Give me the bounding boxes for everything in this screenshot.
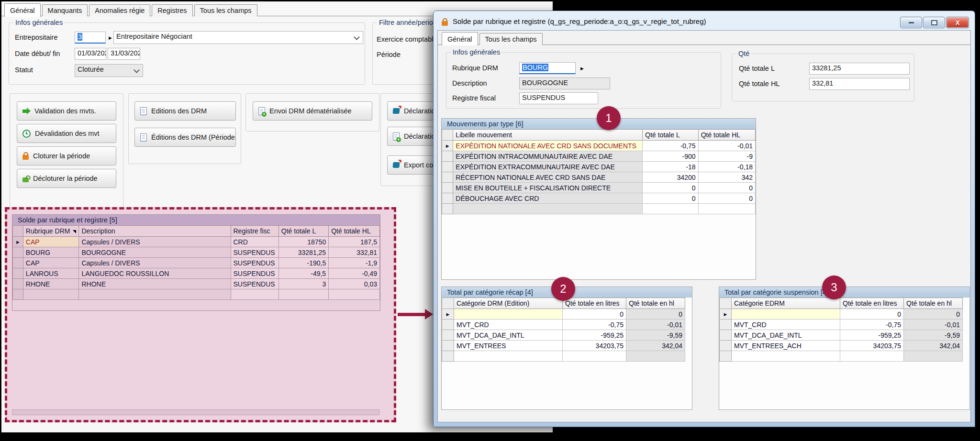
- grid-cell[interactable]: 0: [698, 183, 755, 193]
- row-selector-cell[interactable]: [442, 320, 454, 330]
- registre-fiscal-field[interactable]: SUSPENDUS: [519, 92, 598, 104]
- grid-cell[interactable]: 342: [698, 172, 755, 183]
- grid-cell[interactable]: -0,18: [698, 162, 755, 172]
- cloturer-periode-button[interactable]: Cloturer la période: [17, 146, 116, 165]
- grid-cell[interactable]: -900: [643, 151, 698, 162]
- grid-row[interactable]: MVT_ENTREES_ACH34203,75342,04: [720, 341, 963, 351]
- grid-cell[interactable]: 33281,25: [278, 247, 328, 258]
- grid-cell[interactable]: [698, 204, 755, 214]
- row-selector-cell[interactable]: ►: [720, 309, 732, 320]
- grid-cell[interactable]: 342,04: [626, 341, 685, 351]
- minimize-button[interactable]: [900, 17, 922, 28]
- row-selector-cell[interactable]: ►: [442, 141, 453, 151]
- chevron-down-icon[interactable]: [354, 34, 360, 40]
- row-selector-cell[interactable]: [13, 289, 23, 300]
- grid-header-cell[interactable]: Qté totale HL: [698, 130, 755, 141]
- grid-cell[interactable]: [732, 351, 840, 362]
- grid-row[interactable]: MVT_DCA_DAE_INTL-959,25-9,59: [720, 330, 963, 341]
- row-selector-cell[interactable]: ►: [442, 309, 454, 320]
- grid-cell[interactable]: [904, 351, 963, 362]
- grid-cell[interactable]: 34200: [643, 172, 698, 183]
- grid-cell[interactable]: MVT_DCA_DAE_INTL: [454, 330, 563, 341]
- grid-cell[interactable]: SUSPENDUS: [231, 268, 278, 279]
- maximize-button[interactable]: [923, 17, 945, 28]
- grid-cell[interactable]: -0,01: [904, 320, 963, 330]
- entrepositaire-name-combobox[interactable]: Entrepositaire Négociant: [113, 31, 363, 44]
- grid-row[interactable]: MISE EN BOUTEILLE + FISCALISATION DIRECT…: [442, 183, 756, 193]
- qte-totale-l-field[interactable]: 33281,25: [809, 63, 910, 75]
- grid-cell[interactable]: DÉBOUCHAGE AVEC CRD: [453, 193, 643, 204]
- grid-header-cell[interactable]: Libelle mouvement: [453, 130, 643, 141]
- solde-par-rubrique-grid[interactable]: Rubrique DRMDescriptionRegistre fiscQté …: [12, 225, 380, 300]
- chevron-down-icon[interactable]: [134, 67, 140, 73]
- grid-row[interactable]: CAPCapsules / DIVERSSUSPENDUS-190,5-1,9: [13, 258, 380, 268]
- grid-cell[interactable]: -0,01: [626, 320, 685, 330]
- grid-row[interactable]: [442, 204, 756, 214]
- grid-cell[interactable]: CAP: [23, 237, 79, 247]
- row-selector-cell[interactable]: [720, 351, 732, 362]
- grid-cell[interactable]: SUSPENDUS: [231, 247, 278, 258]
- row-selector-cell[interactable]: ►: [13, 237, 23, 247]
- grid-cell[interactable]: -0,75: [840, 320, 904, 330]
- grid-cell[interactable]: [626, 351, 685, 362]
- grid-cell[interactable]: RÉCEPTION NATIONALE AVEC CRD SANS DAE: [453, 172, 643, 183]
- grid-cell[interactable]: 0: [563, 309, 626, 320]
- grid-cell[interactable]: -18: [643, 162, 698, 172]
- grid-header-cell[interactable]: Qté totale en litres: [563, 298, 626, 309]
- row-selector-cell[interactable]: [442, 204, 453, 214]
- grid-header-cell[interactable]: Qté totale en hl: [626, 298, 685, 309]
- grid-cell[interactable]: [231, 289, 278, 300]
- grid-row[interactable]: MVT_CRD-0,75-0,01: [442, 320, 685, 330]
- grid-row[interactable]: ►CAPCapsules / DIVERSCRD18750187,5: [13, 237, 380, 247]
- grid-row[interactable]: LANROUSLANGUEDOC ROUSSILLONSUSPENDUS-49,…: [13, 268, 380, 279]
- grid-cell[interactable]: MISE EN BOUTEILLE + FISCALISATION DIRECT…: [453, 183, 643, 193]
- statut-combobox[interactable]: Cloturée: [75, 64, 143, 77]
- grid-cell[interactable]: RHONE: [79, 279, 231, 289]
- grid-row[interactable]: MVT_CRD-0,75-0,01: [720, 320, 963, 330]
- grid-cell[interactable]: -0,49: [329, 268, 380, 279]
- grid-cell[interactable]: Capsules / DIVERS: [79, 258, 231, 268]
- description-field[interactable]: BOURGOGNE: [519, 77, 610, 89]
- tab-anomalies-regie[interactable]: Anomalies régie: [89, 4, 150, 16]
- grid-cell[interactable]: 0: [698, 193, 755, 204]
- grid-row[interactable]: [442, 351, 685, 362]
- envoi-drm-dematerialisee-button[interactable]: Envoi DRM dématérialisée: [253, 101, 372, 121]
- grid-row[interactable]: MVT_DCA_DAE_INTL-959,25-9,59: [442, 330, 685, 341]
- row-selector-cell[interactable]: [720, 320, 732, 330]
- editions-drm-periodes-button[interactable]: Éditions des DRM (Périodes): [134, 128, 236, 147]
- grid-header-cell[interactable]: Registre fisc: [231, 226, 278, 237]
- grid-cell[interactable]: 342,04: [904, 341, 963, 351]
- grid-row[interactable]: ►00: [720, 309, 963, 320]
- grid-cell[interactable]: [23, 289, 79, 300]
- grid-cell[interactable]: [278, 289, 328, 300]
- grid-cell[interactable]: [840, 351, 904, 362]
- editions-drm-button[interactable]: Editions des DRM: [134, 101, 236, 121]
- close-button[interactable]: X: [946, 17, 969, 28]
- grid-cell[interactable]: CRD: [231, 237, 278, 247]
- grid-cell[interactable]: 0: [643, 183, 698, 193]
- grid-row[interactable]: EXPÉDITION EXTRACOMMUNAUTAIRE AVEC DAE-1…: [442, 162, 756, 172]
- grid-row[interactable]: RÉCEPTION NATIONALE AVEC CRD SANS DAE342…: [442, 172, 756, 183]
- grid-cell[interactable]: -9: [698, 151, 755, 162]
- grid-header-cell[interactable]: Qté totale L: [278, 226, 328, 237]
- grid-cell[interactable]: [643, 204, 698, 214]
- grid-cell[interactable]: 34203,75: [840, 341, 904, 351]
- row-selector-cell[interactable]: [13, 279, 23, 289]
- dialog-tab-tous-les-champs[interactable]: Tous les champs: [479, 33, 543, 45]
- grid-cell[interactable]: [79, 289, 231, 300]
- grid-cell[interactable]: [329, 289, 380, 300]
- lookup-arrow-icon[interactable]: ►: [579, 66, 585, 71]
- grid-cell[interactable]: [453, 204, 643, 214]
- grid-row[interactable]: EXPÉDITION INTRACOMMUNAUTAIRE AVEC DAE-9…: [442, 151, 756, 162]
- grid-header-cell[interactable]: Qté totale en hl: [904, 298, 963, 309]
- grid-cell[interactable]: BOURGOGNE: [79, 247, 231, 258]
- row-selector-cell[interactable]: [442, 193, 453, 204]
- grid-header-cell[interactable]: Catégorie EDRM: [732, 298, 840, 309]
- grid-cell[interactable]: [563, 351, 626, 362]
- grid-row[interactable]: BOURGBOURGOGNESUSPENDUS33281,25332,81: [13, 247, 380, 258]
- grid-cell[interactable]: MVT_ENTREES_ACH: [732, 341, 840, 351]
- grid-row[interactable]: ►EXPÉDITION NATIONALE AVEC CRD SANS DOCU…: [442, 141, 756, 151]
- grid-cell[interactable]: RHONE: [23, 279, 79, 289]
- grid-cell[interactable]: 0: [643, 193, 698, 204]
- grid-cell[interactable]: CAP: [23, 258, 79, 268]
